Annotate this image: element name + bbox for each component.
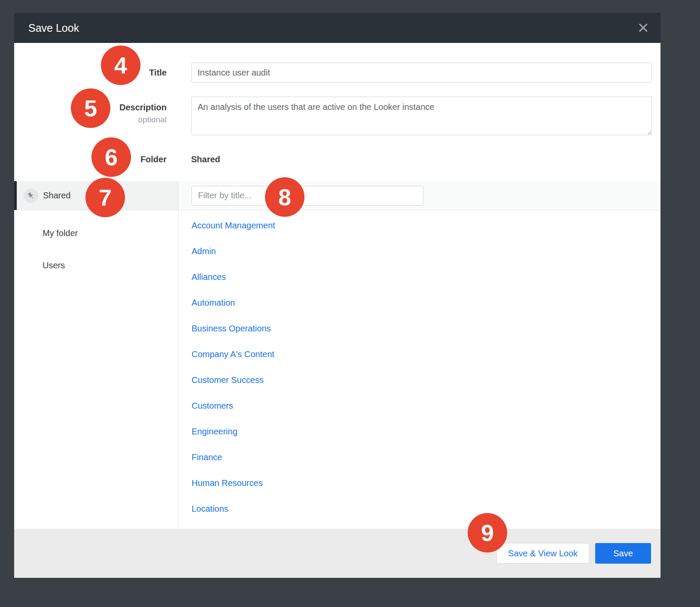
folder-link[interactable]: Company A's Content xyxy=(192,349,274,359)
annotation-8: 8 xyxy=(265,177,304,217)
folder-link[interactable]: Customer Success xyxy=(192,375,264,385)
annotation-7: 7 xyxy=(85,178,125,217)
folder-link[interactable]: Locations xyxy=(192,504,228,514)
folder-browser: Shared My folder Users Account Managemen… xyxy=(14,181,660,529)
annotation-5: 5 xyxy=(71,88,110,128)
sidebar-item-my-folder[interactable]: My folder xyxy=(14,217,178,249)
filter-bar xyxy=(178,181,660,210)
folder-link[interactable]: Admin xyxy=(192,246,216,256)
folder-label: Folder xyxy=(140,155,167,164)
title-input[interactable] xyxy=(191,63,652,82)
save-button[interactable]: Save xyxy=(595,543,651,564)
annotation-6: 6 xyxy=(91,137,131,177)
folder-link[interactable]: Customers xyxy=(192,401,233,411)
save-and-view-look-button[interactable]: Save & View Look xyxy=(496,543,589,564)
folder-sidebar: My folder Users xyxy=(14,210,178,529)
modal-header: Save Look ✕ xyxy=(14,13,660,43)
sidebar-item-users[interactable]: Users xyxy=(14,249,178,282)
folder-link[interactable]: Engineering xyxy=(192,427,237,437)
description-input[interactable]: An analysis of the users that are active… xyxy=(191,97,652,135)
title-label: Title xyxy=(149,68,167,77)
pin-icon xyxy=(24,188,38,203)
description-row: Description optional An analysis of the … xyxy=(14,97,652,135)
folder-link[interactable]: Automation xyxy=(192,298,235,308)
folder-list: Account Management Admin Alliances Autom… xyxy=(178,210,660,529)
folder-link[interactable]: Business Operations xyxy=(192,324,271,334)
folder-link[interactable]: Finance xyxy=(192,452,222,462)
annotation-9: 9 xyxy=(468,513,507,552)
close-icon[interactable]: ✕ xyxy=(637,21,650,35)
save-look-modal: Save Look ✕ Title Description optional A… xyxy=(14,13,660,578)
folder-link[interactable]: Account Management xyxy=(192,221,275,231)
selected-indicator-bar xyxy=(14,181,17,210)
folder-value: Shared xyxy=(191,155,220,164)
modal-title: Save Look xyxy=(28,22,79,34)
modal-footer: Save & View Look Save xyxy=(14,529,660,578)
folder-link[interactable]: Alliances xyxy=(192,272,226,282)
filter-input[interactable] xyxy=(192,186,423,206)
annotation-4: 4 xyxy=(101,46,140,85)
sidebar-item-label: Shared xyxy=(43,191,71,200)
folder-link[interactable]: Human Resources xyxy=(192,478,263,488)
